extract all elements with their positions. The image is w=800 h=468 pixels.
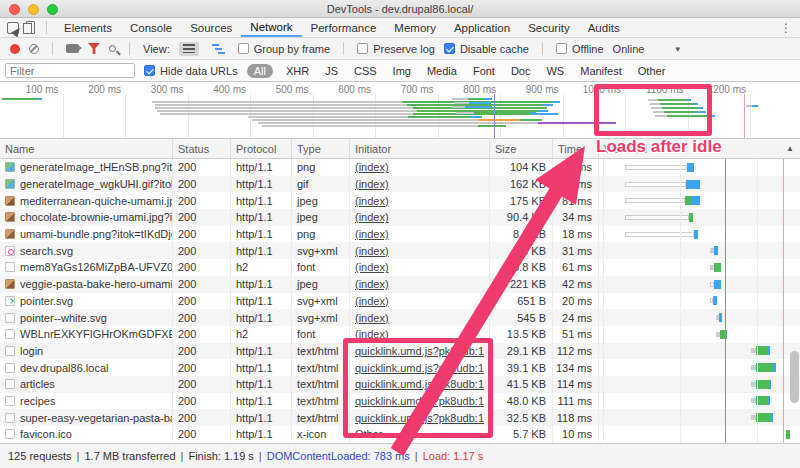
request-name-cell[interactable]: pointer.svg: [0, 293, 173, 310]
tab-performance[interactable]: Performance: [302, 18, 386, 37]
request-name-cell[interactable]: dev.drupal86.local: [0, 359, 173, 376]
initiator-link[interactable]: (index): [355, 328, 389, 340]
waterfall-cell[interactable]: [599, 242, 800, 259]
request-name-cell[interactable]: articles: [0, 376, 173, 393]
initiator-link[interactable]: (index): [355, 211, 389, 223]
maximize-window-button[interactable]: [47, 4, 58, 15]
initiator-link[interactable]: (index): [355, 261, 389, 273]
tab-network[interactable]: Network: [241, 18, 301, 37]
sort-ascending-icon[interactable]: ▲: [786, 144, 794, 153]
waterfall-cell[interactable]: [599, 359, 800, 376]
initiator-link[interactable]: quicklink.umd.js?pk8udb:1: [355, 412, 484, 424]
tab-console[interactable]: Console: [121, 18, 181, 37]
initiator-link[interactable]: quicklink.umd.js?pk8udb:1: [355, 378, 484, 390]
filter-type-font[interactable]: Font: [470, 64, 498, 78]
tab-elements[interactable]: Elements: [55, 18, 121, 37]
column-header-time[interactable]: Time: [553, 139, 599, 158]
waterfall-cell[interactable]: [599, 192, 800, 209]
initiator-link[interactable]: (index): [355, 312, 389, 324]
filter-type-all[interactable]: All: [247, 64, 273, 78]
waterfall-view-button[interactable]: [208, 42, 229, 56]
waterfall-cell[interactable]: [599, 293, 800, 310]
inspect-element-icon[interactable]: [7, 22, 19, 34]
filter-funnel-icon[interactable]: [88, 43, 100, 54]
waterfall-cell[interactable]: [599, 226, 800, 243]
waterfall-cell[interactable]: [599, 209, 800, 226]
kebab-menu-icon[interactable]: ⋮: [780, 21, 792, 35]
waterfall-cell[interactable]: [599, 326, 800, 343]
list-view-button[interactable]: [179, 42, 199, 56]
initiator-link[interactable]: (index): [355, 178, 389, 190]
request-name-cell[interactable]: chocolate-brownie-umami.jpg?it...: [0, 209, 173, 226]
vertical-scrollbar-thumb[interactable]: [790, 351, 799, 403]
column-header-status[interactable]: Status: [173, 139, 231, 158]
request-name-cell[interactable]: super-easy-vegetarian-pasta-bake: [0, 409, 173, 426]
timeline-overview[interactable]: 100 ms200 ms300 ms400 ms500 ms600 ms700 …: [0, 82, 800, 139]
initiator-link[interactable]: (index): [355, 245, 389, 257]
tab-memory[interactable]: Memory: [385, 18, 445, 37]
request-name-cell[interactable]: pointer--white.svg: [0, 309, 173, 326]
initiator-link[interactable]: quicklink.umd.js?pk8udb:1: [355, 345, 484, 357]
filter-type-doc[interactable]: Doc: [508, 64, 534, 78]
disable-cache-checkbox[interactable]: [444, 43, 455, 54]
column-header-protocol[interactable]: Protocol: [231, 139, 292, 158]
request-name-cell[interactable]: generateImage_wgkUHI.gif?itok=...: [0, 176, 173, 193]
initiator-link[interactable]: (index): [355, 195, 389, 207]
column-header-waterfall[interactable]: Waterfall▲: [599, 139, 800, 158]
filter-type-img[interactable]: Img: [390, 64, 414, 78]
waterfall-cell[interactable]: [599, 159, 800, 176]
tab-security[interactable]: Security: [519, 18, 579, 37]
initiator-link[interactable]: (index): [355, 295, 389, 307]
waterfall-cell[interactable]: [599, 393, 800, 410]
request-name-cell[interactable]: recipes: [0, 393, 173, 410]
initiator-link[interactable]: (index): [355, 228, 389, 240]
column-header-initiator[interactable]: Initiator: [350, 139, 490, 158]
request-name-cell[interactable]: favicon.ico: [0, 426, 173, 443]
column-header-type[interactable]: Type: [292, 139, 350, 158]
minimize-window-button[interactable]: [28, 4, 39, 15]
filter-type-js[interactable]: JS: [322, 64, 341, 78]
request-name-cell[interactable]: veggie-pasta-bake-hero-umami.jpg: [0, 276, 173, 293]
tab-application[interactable]: Application: [445, 18, 519, 37]
column-header-name[interactable]: Name: [0, 139, 173, 158]
throttling-select[interactable]: Online: [613, 43, 645, 55]
filter-type-xhr[interactable]: XHR: [283, 64, 312, 78]
waterfall-cell[interactable]: [599, 409, 800, 426]
preserve-log-checkbox[interactable]: [357, 43, 368, 54]
device-toolbar-icon[interactable]: [26, 21, 35, 34]
request-name-cell[interactable]: mem8YaGs126MiZpBA-UFVZ0bf...: [0, 259, 173, 276]
initiator-link[interactable]: (index): [355, 161, 389, 173]
waterfall-cell[interactable]: [599, 309, 800, 326]
waterfall-cell[interactable]: [599, 376, 800, 393]
request-name-cell[interactable]: umami-bundle.png?itok=tIKdDjop: [0, 226, 173, 243]
tab-sources[interactable]: Sources: [181, 18, 241, 37]
chevron-down-icon[interactable]: ▾: [675, 44, 680, 54]
group-by-frame-checkbox[interactable]: [238, 43, 249, 54]
waterfall-cell[interactable]: [599, 259, 800, 276]
hide-data-urls-checkbox[interactable]: [144, 65, 155, 76]
search-icon[interactable]: [109, 45, 116, 52]
record-button[interactable]: [10, 44, 20, 54]
filter-type-other[interactable]: Other: [635, 64, 669, 78]
tab-audits[interactable]: Audits: [579, 18, 629, 37]
column-header-size[interactable]: Size: [490, 139, 553, 158]
close-window-button[interactable]: [9, 4, 20, 15]
filter-type-css[interactable]: CSS: [351, 64, 380, 78]
filter-type-ws[interactable]: WS: [543, 64, 567, 78]
initiator-link[interactable]: (index): [355, 278, 389, 290]
request-name-cell[interactable]: generateImage_tHEnSB.png?itok...: [0, 159, 173, 176]
initiator-link[interactable]: quicklink.umd.js?pk8udb:1: [355, 362, 484, 374]
request-name-cell[interactable]: login: [0, 343, 173, 360]
request-name-cell[interactable]: WBLnrEXKYFIGHrOKmGDFXEX...: [0, 326, 173, 343]
screenshot-camera-icon[interactable]: [66, 44, 79, 53]
waterfall-cell[interactable]: [599, 176, 800, 193]
clear-icon[interactable]: [29, 44, 39, 54]
request-name-cell[interactable]: search.svg: [0, 242, 173, 259]
initiator-link[interactable]: quicklink.umd.js?pk8udb:1: [355, 395, 484, 407]
request-name-cell[interactable]: mediterranean-quiche-umami.jpg...: [0, 192, 173, 209]
waterfall-cell[interactable]: [599, 343, 800, 360]
offline-checkbox[interactable]: [556, 43, 567, 54]
filter-type-media[interactable]: Media: [424, 64, 460, 78]
filter-input[interactable]: [5, 63, 135, 78]
filter-type-manifest[interactable]: Manifest: [577, 64, 625, 78]
